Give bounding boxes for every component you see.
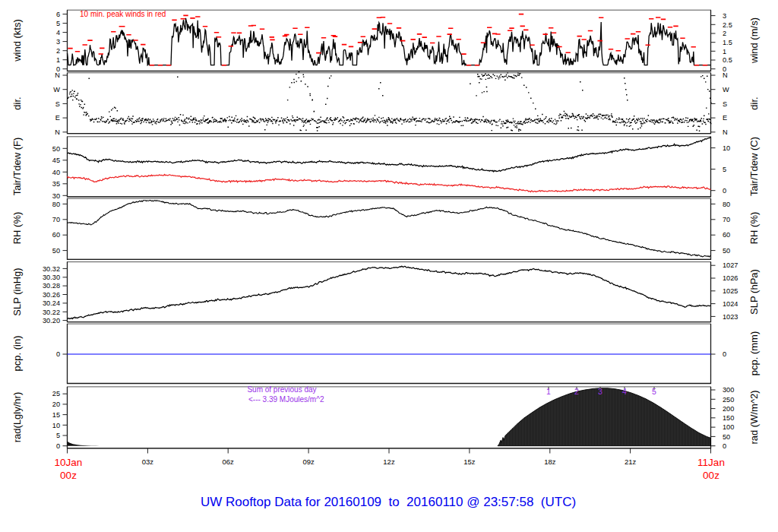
svg-text:10: 10: [723, 144, 730, 152]
svg-text:E: E: [723, 114, 727, 122]
svg-text:W: W: [53, 86, 60, 93]
svg-text:15z: 15z: [463, 458, 476, 466]
svg-text:0: 0: [723, 187, 726, 195]
svg-text:0: 0: [723, 350, 726, 358]
svg-text:70: 70: [52, 216, 60, 223]
svg-text:60: 60: [723, 231, 730, 239]
svg-text:80: 80: [52, 201, 60, 208]
svg-text:2: 2: [56, 47, 60, 55]
svg-text:2: 2: [574, 387, 579, 396]
svg-text:1026: 1026: [723, 274, 738, 282]
svg-text:1: 1: [723, 48, 726, 55]
svg-text:SLP (inHg): SLP (inHg): [11, 268, 23, 315]
svg-text:30.26: 30.26: [43, 291, 60, 299]
svg-text:10 min. peak winds in red: 10 min. peak winds in red: [80, 10, 166, 18]
svg-text:S: S: [723, 100, 727, 108]
svg-text:dir.: dir.: [11, 97, 23, 109]
svg-text:60: 60: [52, 231, 60, 239]
svg-text:SLP (hPa): SLP (hPa): [748, 269, 760, 315]
svg-text:40: 40: [52, 169, 60, 176]
svg-text:45: 45: [52, 157, 60, 164]
svg-text:70: 70: [723, 216, 730, 223]
svg-text:dir.: dir.: [748, 97, 760, 109]
svg-text:<--- 3.39 MJoules/m^2: <--- 3.39 MJoules/m^2: [248, 395, 324, 404]
svg-text:rad (W/m^2): rad (W/m^2): [748, 390, 760, 444]
svg-text:4: 4: [622, 387, 627, 396]
svg-text:3: 3: [723, 12, 726, 20]
svg-text:1023: 1023: [723, 313, 738, 321]
svg-text:N: N: [55, 71, 60, 79]
svg-text:0: 0: [723, 442, 726, 450]
svg-text:1: 1: [56, 56, 60, 64]
svg-text:UW Rooftop Data for 20160109: UW Rooftop Data for 20160109 to 20160110…: [201, 495, 576, 509]
svg-text:80: 80: [723, 201, 730, 208]
svg-text:0: 0: [56, 442, 60, 450]
svg-text:RH (%): RH (%): [11, 212, 23, 245]
svg-text:Tair/Tdew (F): Tair/Tdew (F): [11, 138, 23, 196]
svg-text:50: 50: [52, 145, 60, 153]
svg-text:0: 0: [56, 350, 60, 358]
svg-text:30.32: 30.32: [43, 265, 60, 273]
svg-text:00z: 00z: [703, 470, 719, 481]
svg-text:20: 20: [52, 401, 60, 408]
svg-text:10Jan: 10Jan: [55, 457, 83, 468]
svg-text:Tair/Tdew (C): Tair/Tdew (C): [748, 137, 760, 196]
svg-text:1.5: 1.5: [723, 39, 732, 46]
svg-text:18z: 18z: [544, 458, 556, 466]
svg-text:4: 4: [56, 29, 60, 36]
svg-text:35: 35: [52, 180, 60, 188]
svg-text:250: 250: [723, 396, 734, 404]
svg-text:2.5: 2.5: [723, 21, 732, 29]
svg-text:30.24: 30.24: [43, 299, 60, 307]
svg-text:50: 50: [52, 247, 60, 255]
svg-text:N: N: [55, 128, 60, 136]
svg-text:5: 5: [56, 20, 60, 27]
svg-text:E: E: [55, 114, 60, 122]
svg-text:wind (kts): wind (kts): [11, 19, 23, 62]
svg-text:6: 6: [56, 11, 60, 18]
svg-text:21z: 21z: [625, 458, 637, 466]
svg-text:1027: 1027: [723, 261, 738, 269]
svg-text:5: 5: [652, 387, 656, 396]
svg-text:3: 3: [56, 38, 60, 46]
svg-text:N: N: [723, 128, 728, 136]
svg-text:rad(Lgly/hr): rad(Lgly/hr): [11, 392, 23, 442]
svg-text:5: 5: [723, 166, 726, 173]
svg-text:pcp. (mm): pcp. (mm): [748, 331, 760, 376]
svg-text:0.5: 0.5: [723, 56, 732, 64]
svg-text:30: 30: [52, 192, 60, 200]
svg-text:100: 100: [723, 423, 734, 431]
svg-text:pcp. (in): pcp. (in): [11, 336, 23, 372]
svg-text:30.22: 30.22: [43, 309, 60, 316]
svg-text:Sum of previous day: Sum of previous day: [247, 385, 316, 394]
svg-text:50: 50: [723, 433, 730, 441]
svg-text:1: 1: [546, 387, 551, 396]
svg-text:wind (m/s): wind (m/s): [748, 17, 760, 64]
svg-text:300: 300: [723, 386, 734, 394]
svg-text:S: S: [55, 100, 60, 108]
svg-text:30.28: 30.28: [43, 282, 60, 290]
svg-text:1025: 1025: [723, 287, 738, 295]
svg-text:15: 15: [52, 411, 60, 419]
svg-text:N: N: [723, 71, 728, 79]
svg-text:00z: 00z: [60, 470, 77, 481]
svg-text:3: 3: [598, 387, 602, 396]
svg-text:5: 5: [56, 432, 60, 439]
svg-text:150: 150: [723, 414, 734, 422]
svg-text:06z: 06z: [223, 458, 235, 466]
svg-text:2: 2: [723, 30, 726, 37]
svg-text:11Jan: 11Jan: [697, 457, 725, 468]
svg-text:30.20: 30.20: [43, 317, 60, 325]
svg-text:50: 50: [723, 247, 730, 255]
svg-text:W: W: [723, 86, 729, 93]
svg-text:RH (%): RH (%): [748, 212, 760, 245]
svg-text:09z: 09z: [302, 458, 315, 466]
svg-text:30.30: 30.30: [43, 274, 60, 281]
svg-text:03z: 03z: [142, 458, 154, 466]
svg-text:25: 25: [52, 390, 60, 397]
svg-text:1024: 1024: [723, 300, 738, 308]
svg-text:12z: 12z: [383, 458, 395, 466]
svg-text:10: 10: [52, 422, 60, 429]
svg-text:200: 200: [723, 405, 734, 413]
